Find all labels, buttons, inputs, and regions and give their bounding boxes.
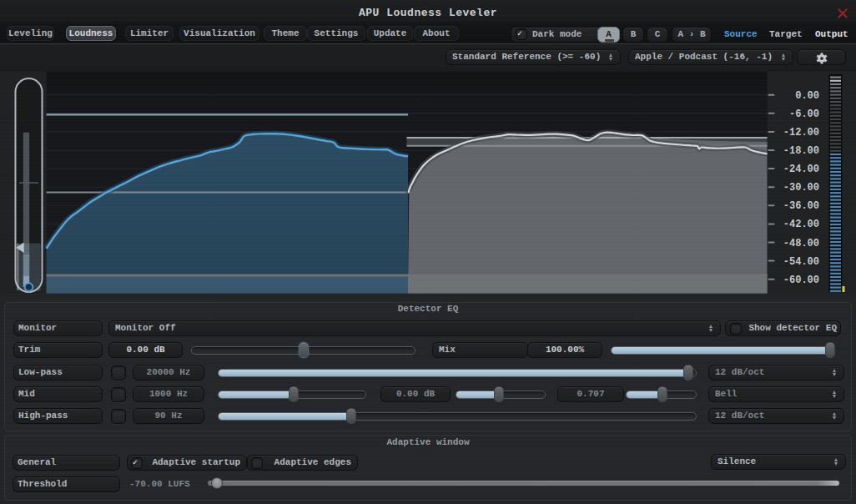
svg-text:0.00: 0.00	[795, 90, 819, 102]
svg-text:-30.00: -30.00	[783, 182, 819, 194]
svg-text:-6.00: -6.00	[789, 108, 819, 120]
svg-text:-36.00: -36.00	[783, 200, 819, 212]
svg-text:-42.00: -42.00	[783, 219, 819, 230]
svg-text:-54.00: -54.00	[783, 256, 819, 268]
svg-text:-60.00: -60.00	[783, 275, 819, 286]
svg-text:-18.00: -18.00	[783, 145, 819, 157]
svg-text:-24.00: -24.00	[783, 164, 819, 175]
svg-text:-12.00: -12.00	[783, 127, 819, 139]
svg-text:-48.00: -48.00	[783, 238, 819, 249]
